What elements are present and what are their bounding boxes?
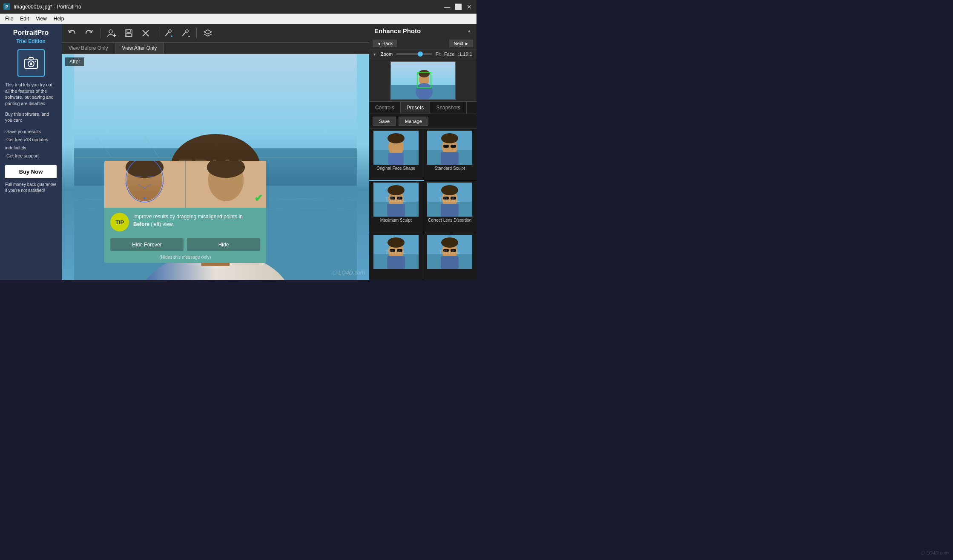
sidebar-guarantee: Full money back guarantee if you're not … xyxy=(5,182,57,194)
preset-trial-max: TRIAL xyxy=(385,196,407,203)
svg-rect-57 xyxy=(388,153,404,165)
svg-point-68 xyxy=(388,185,405,195)
sidebar-description: This trial lets you try out all the feat… xyxy=(5,82,57,107)
add-brush-button[interactable] xyxy=(162,27,174,39)
preset-thumb-original xyxy=(373,131,419,165)
camera-icon-box xyxy=(17,49,45,77)
cancel-button[interactable] xyxy=(140,27,152,39)
minimize-button[interactable]: — xyxy=(443,3,451,11)
svg-rect-90 xyxy=(441,256,459,269)
preset-trial-extra2: TRIAL xyxy=(439,249,461,255)
image-area: After xyxy=(62,54,369,280)
tab-presets[interactable]: Presets xyxy=(401,102,431,114)
zoom-bar: ▾ Zoom Fit Face :1.19:1 xyxy=(369,49,476,59)
tip-content: TIP Improve results by dragging misalign… xyxy=(104,208,266,235)
svg-rect-63 xyxy=(443,145,449,148)
tab-controls[interactable]: Controls xyxy=(369,102,401,114)
thumbnail-svg xyxy=(391,62,456,100)
next-label: Next xyxy=(454,41,463,46)
preset-thumb-maximum: TRIAL xyxy=(373,183,419,217)
tab-view-before-only[interactable]: View Before Only xyxy=(62,43,115,54)
tip-faces: ✔ xyxy=(104,161,266,208)
menu-help[interactable]: Help xyxy=(50,15,68,23)
next-arrow-icon: ► xyxy=(465,41,469,46)
feature-2: ·Get free v18 updates indefinitely xyxy=(5,136,57,152)
zoom-fit-button[interactable]: Fit xyxy=(436,51,441,57)
svg-point-75 xyxy=(441,185,458,195)
enhance-nav: ◄ Back Next ► xyxy=(369,38,476,49)
tip-text: Improve results by dragging misaligned p… xyxy=(133,213,260,228)
save-button[interactable] xyxy=(123,27,135,39)
svg-rect-69 xyxy=(387,204,405,217)
zoom-thumb[interactable] xyxy=(418,51,423,57)
preset-label-maximum: Maximum Sculpt xyxy=(380,218,412,223)
preset-trial-lens: TRIAL xyxy=(439,196,461,203)
svg-point-50 xyxy=(419,70,430,77)
layers-button[interactable] xyxy=(202,27,214,39)
back-button[interactable]: ◄ Back xyxy=(373,40,397,47)
menu-edit[interactable]: Edit xyxy=(17,15,32,23)
remove-brush-button[interactable] xyxy=(179,27,191,39)
svg-marker-17 xyxy=(204,30,212,34)
save-manage-row: Save Manage xyxy=(369,114,476,129)
close-button[interactable]: ✕ xyxy=(465,3,473,11)
hide-forever-button[interactable]: Hide Forever xyxy=(110,238,184,251)
svg-point-12 xyxy=(169,30,171,32)
preset-maximum-sculpt[interactable]: TRIAL Maximum Sculpt xyxy=(369,181,423,232)
zoom-face-button[interactable]: Face xyxy=(444,51,454,57)
menu-view[interactable]: View xyxy=(32,15,50,23)
svg-point-3 xyxy=(34,61,36,62)
svg-point-4 xyxy=(109,30,112,33)
view-tabs: View Before Only View After Only xyxy=(62,43,369,54)
title-bar: P Image00016.jpg* - PortraitPro — ⬜ ✕ xyxy=(0,0,476,14)
preset-thumb-extra2: TRIAL xyxy=(427,235,472,269)
after-label: After xyxy=(65,57,84,66)
next-button[interactable]: Next ► xyxy=(449,40,473,47)
svg-point-51 xyxy=(416,83,433,100)
sidebar: PortraitPro Trial Edition This trial let… xyxy=(0,24,62,280)
preset-thumb-extra1: TRIAL xyxy=(373,235,419,269)
manage-presets-button[interactable]: Manage xyxy=(399,117,428,126)
zoom-value: :1.19:1 xyxy=(458,51,472,57)
tip-dialog: ✔ TIP Improve results by dragging misali… xyxy=(104,161,266,263)
buy-now-button[interactable]: Buy Now xyxy=(5,165,57,178)
tab-row: Controls Presets Snapshots xyxy=(369,102,476,114)
preset-trial-extra1: TRIAL xyxy=(385,249,407,255)
center-area: View Before Only View After Only After xyxy=(62,24,369,280)
preset-extra-2[interactable]: TRIAL xyxy=(423,233,477,280)
svg-rect-62 xyxy=(441,152,459,165)
toolbar-sep-3 xyxy=(196,28,197,38)
hide-button[interactable]: Hide xyxy=(187,238,260,251)
svg-point-89 xyxy=(441,237,458,248)
thumbnail-image xyxy=(390,61,456,100)
back-label: Back xyxy=(382,41,393,46)
redo-button[interactable] xyxy=(83,27,95,39)
tab-view-after-only[interactable]: View After Only xyxy=(115,43,164,54)
menu-file[interactable]: File xyxy=(2,15,17,23)
add-person-button[interactable] xyxy=(106,27,118,39)
sidebar-subtitle: Trial Edition xyxy=(16,38,46,44)
back-arrow-icon: ◄ xyxy=(377,41,381,46)
svg-point-82 xyxy=(388,237,405,248)
preset-label-lens: Correct Lens Distortion xyxy=(428,218,471,223)
save-preset-button[interactable]: Save xyxy=(373,117,396,126)
sidebar-buy-desc: Buy this software, and you can: xyxy=(5,111,57,123)
zoom-slider[interactable] xyxy=(396,53,432,55)
svg-rect-76 xyxy=(441,204,459,217)
preset-standard-sculpt[interactable]: Standard Sculpt xyxy=(423,129,477,180)
maximize-button[interactable]: ⬜ xyxy=(454,3,462,11)
preset-correct-lens[interactable]: TRIAL Correct Lens Distortion xyxy=(423,181,477,232)
svg-rect-8 xyxy=(127,30,130,32)
tip-hides-message: (Hides this message only) xyxy=(104,254,266,263)
panel-close-icon[interactable]: ▲ xyxy=(467,29,471,33)
preset-label-standard: Standard Sculpt xyxy=(435,166,465,171)
enhance-header: Enhance Photo ▲ xyxy=(369,24,476,38)
svg-rect-83 xyxy=(387,256,405,269)
preset-extra-1[interactable]: TRIAL xyxy=(369,233,423,280)
tab-snapshots[interactable]: Snapshots xyxy=(430,102,467,114)
presets-grid: Original Face Shape Standa xyxy=(369,129,476,280)
image-lo4d: ⬡ LO4D.com xyxy=(332,269,365,276)
preset-original-face-shape[interactable]: Original Face Shape xyxy=(369,129,423,180)
undo-button[interactable] xyxy=(66,27,78,39)
app-icon: P xyxy=(3,3,10,10)
